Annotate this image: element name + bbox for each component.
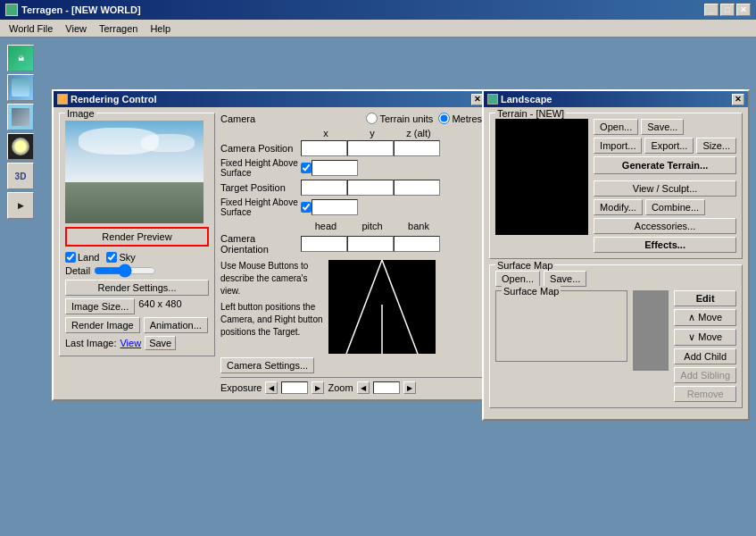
move-up-btn[interactable]: ∧ Move (674, 309, 736, 326)
maximize-btn[interactable]: □ (720, 4, 735, 16)
terrain-preview (495, 119, 588, 235)
pitch-val[interactable]: -0.448 (347, 236, 394, 252)
rendering-control-title: Rendering Control (71, 94, 157, 105)
render-image-btn[interactable]: Render Image (65, 317, 140, 333)
landscape-content: Terrain - [NEW] Open... Save... Import..… (484, 107, 748, 419)
terrain-units-radio[interactable] (366, 113, 378, 124)
camera-position-label: Camera Position (220, 143, 301, 154)
sidebar-landscape[interactable]: 🏔 (7, 45, 34, 71)
menu-world-file[interactable]: World File (4, 22, 58, 35)
sidebar-render[interactable]: ▶ (7, 192, 34, 219)
save-terrain-btn[interactable]: Save... (641, 119, 684, 135)
sky-checkbox-label[interactable]: Sky (106, 252, 135, 263)
sidebar-3d-text[interactable]: 3D (7, 163, 34, 189)
minimize-btn[interactable]: _ (704, 4, 719, 16)
sky-checkbox[interactable] (106, 252, 117, 263)
target-pos-x[interactable]: 3840,m (301, 180, 347, 196)
import-btn[interactable]: Import... (594, 138, 642, 154)
camera-view[interactable] (328, 260, 436, 354)
fixed-height-2-checkbox[interactable] (301, 202, 312, 213)
move-down-btn[interactable]: ∨ Move (674, 329, 736, 346)
menu-bar: World File View Terragen Help (0, 20, 756, 38)
orientation-label: Camera Orientation (220, 233, 301, 255)
surface-map-group: Surface Map Open... Save... Surface Map (489, 264, 743, 408)
target-pos-z[interactable]: 0,m (394, 180, 440, 196)
exposure-right-btn[interactable]: ▶ (312, 381, 324, 394)
combine-btn[interactable]: Combine... (645, 199, 705, 215)
terrain-group: Terrain - [NEW] Open... Save... Import..… (489, 113, 743, 259)
sidebar-sun[interactable] (7, 133, 34, 160)
fixed-height-2-val[interactable]: 0,m (312, 199, 358, 215)
target-position-row: Target Position 3840,m 3840,m 0,m (220, 180, 482, 196)
render-preview-btn[interactable]: Render Preview (65, 227, 209, 247)
image-size-btn[interactable]: Image Size... (65, 298, 135, 314)
menu-view[interactable]: View (60, 22, 92, 35)
surface-save-btn[interactable]: Save... (544, 271, 586, 287)
bank-val[interactable]: 0, (394, 236, 440, 252)
camera-pos-y[interactable]: 0,m (347, 140, 394, 156)
target-pos-y[interactable]: 3840,m (347, 180, 394, 196)
export-btn[interactable]: Export... (644, 138, 694, 154)
modify-btn[interactable]: Modify... (594, 199, 643, 215)
surface-open-btn[interactable]: Open... (495, 271, 540, 287)
open-btn[interactable]: Open... (594, 119, 638, 135)
animation-btn[interactable]: Animation... (144, 317, 208, 333)
add-child-btn[interactable]: Add Child (674, 348, 736, 364)
land-checkbox-label[interactable]: Land (65, 252, 99, 263)
sidebar-sky[interactable] (7, 74, 34, 101)
menu-terragen[interactable]: Terragen (94, 22, 143, 35)
bank-header: bank (395, 221, 442, 231)
exposure-left-btn[interactable]: ◀ (265, 381, 278, 394)
rendering-icon (57, 94, 68, 105)
camera-panel: Camera Terrain units Metres x (220, 113, 482, 394)
view-link[interactable]: View (120, 338, 141, 348)
image-group-label: Image (65, 108, 96, 119)
zoom-right-btn[interactable]: ▶ (403, 381, 416, 394)
camera-position-row: Camera Position 3840,m 0,m 30,m (220, 140, 482, 156)
zoom-left-btn[interactable]: ◀ (357, 381, 370, 394)
fixed-height-2-row: Fixed Height Above Surface 0,m (220, 197, 482, 217)
camera-pos-x[interactable]: 3840,m (301, 140, 347, 156)
accessories-btn[interactable]: Accessories... (594, 218, 736, 234)
terrain-content: Open... Save... Import... Export... Size… (495, 119, 736, 253)
head-val[interactable]: 0, (301, 236, 347, 252)
title-bar: Terragen - [NEW WORLD] _ □ ✕ (0, 0, 756, 20)
modify-combine-row: Modify... Combine... (594, 199, 736, 215)
zoom-track[interactable] (373, 381, 400, 394)
image-size-value: 640 x 480 (138, 298, 181, 314)
landscape-close[interactable]: ✕ (732, 94, 744, 105)
sidebar-3d[interactable] (7, 104, 34, 130)
z-header: z (alt) (395, 128, 442, 138)
camera-pos-z[interactable]: 30,m (394, 140, 440, 156)
app-title: Terragen - [NEW WORLD] (21, 4, 141, 15)
rendering-control-titlebar: Rendering Control ✕ (54, 91, 487, 107)
exposure-track[interactable] (281, 381, 308, 394)
camera-header: Camera Terrain units Metres (220, 113, 482, 124)
exposure-zoom-row: Exposure ◀ ▶ Zoom ◀ ▶ (220, 377, 482, 394)
render-settings-btn[interactable]: Render Settings... (65, 280, 209, 296)
land-checkbox[interactable] (65, 252, 76, 263)
surface-right-btns: Edit ∧ Move ∨ Move Add Child Add Sibling… (674, 290, 736, 402)
edit-btn[interactable]: Edit (674, 290, 736, 306)
fixed-height-1-label: Fixed Height Above Surface (220, 158, 301, 178)
metres-label[interactable]: Metres (438, 113, 482, 124)
save-image-btn[interactable]: Save (145, 336, 176, 350)
size-btn[interactable]: Size... (696, 138, 736, 154)
add-sibling-btn[interactable]: Add Sibling (674, 367, 736, 383)
view-sculpt-btn[interactable]: View / Sculpt... (594, 180, 736, 197)
camera-settings-btn[interactable]: Camera Settings... (220, 357, 314, 373)
detail-slider[interactable] (94, 264, 156, 277)
remove-btn[interactable]: Remove (674, 386, 736, 402)
fixed-height-1-val[interactable]: 30,m (312, 160, 358, 176)
menu-help[interactable]: Help (145, 22, 176, 35)
preview-area (65, 121, 204, 223)
last-image-label: Last Image: (65, 338, 116, 348)
terrain-units-label[interactable]: Terrain units (366, 113, 433, 124)
fixed-height-1-checkbox[interactable] (301, 163, 312, 173)
effects-btn[interactable]: Effects... (594, 237, 736, 253)
camera-settings-row: Camera Settings... (220, 357, 482, 373)
landscape-icon (487, 94, 498, 105)
generate-btn[interactable]: Generate Terrain... (594, 156, 736, 174)
metres-radio[interactable] (438, 113, 450, 124)
close-btn[interactable]: ✕ (736, 4, 751, 16)
